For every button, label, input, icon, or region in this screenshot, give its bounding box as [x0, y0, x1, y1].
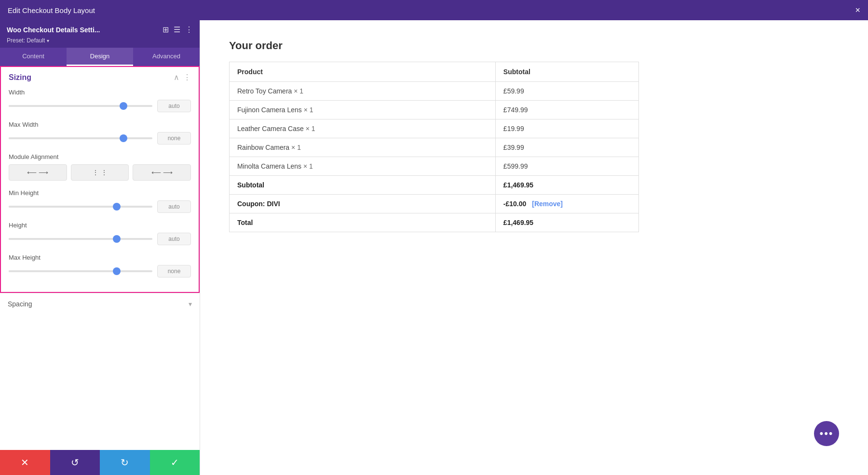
- preset-row[interactable]: Preset: Default ▾: [7, 37, 193, 44]
- min-height-slider-row: auto: [9, 200, 191, 213]
- widget-title: Woo Checkout Details Setti...: [7, 26, 100, 34]
- min-height-value[interactable]: auto: [157, 200, 191, 213]
- width-slider-thumb[interactable]: [120, 102, 127, 110]
- table-row: Retro Toy Camera × 1£59.99: [230, 82, 639, 101]
- order-table-head: Product Subtotal: [230, 62, 639, 82]
- sizing-title: Sizing: [9, 73, 31, 82]
- panel-header-row: Woo Checkout Details Setti... ⊞ ☰ ⋮: [7, 25, 193, 34]
- alignment-row-container: Module Alignment ⟵ ⟶ ⋮ ⋮ ⟵ ⟶: [9, 153, 191, 181]
- more-icon[interactable]: ⋮: [185, 25, 193, 34]
- max-height-slider-row: none: [9, 265, 191, 277]
- max-width-slider-track[interactable]: [9, 137, 152, 139]
- preset-chevron-icon: ▾: [47, 38, 49, 43]
- left-panel: Woo Checkout Details Setti... ⊞ ☰ ⋮ Pres…: [0, 20, 200, 475]
- coupon-remove-link[interactable]: [Remove]: [530, 200, 563, 208]
- panel-header: Woo Checkout Details Setti... ⊞ ☰ ⋮ Pres…: [0, 20, 200, 48]
- subtotal-cell: £39.99: [495, 138, 638, 157]
- sizing-section: Sizing ∧ ⋮ Width: [0, 66, 200, 293]
- min-height-slider-track[interactable]: [9, 206, 152, 208]
- cancel-icon: ✕: [21, 457, 29, 468]
- tabs-bar: Content Design Advanced: [0, 48, 200, 66]
- min-height-slider-thumb[interactable]: [113, 203, 121, 211]
- align-right-button[interactable]: ⟵ ⟶: [133, 164, 191, 181]
- align-left-button[interactable]: ⟵ ⟶: [9, 164, 67, 181]
- height-slider-track[interactable]: [9, 238, 152, 240]
- min-height-slider-fill: [9, 206, 117, 208]
- height-value[interactable]: auto: [157, 233, 191, 245]
- product-qty: × 1: [301, 162, 313, 170]
- min-height-label: Min Height: [9, 189, 191, 197]
- sizing-more-icon[interactable]: ⋮: [183, 73, 191, 82]
- max-height-value[interactable]: none: [157, 265, 191, 277]
- sizing-header-icons: ∧ ⋮: [174, 73, 191, 82]
- alignment-options: ⟵ ⟶ ⋮ ⋮ ⟵ ⟶: [9, 164, 191, 181]
- order-title: Your order: [229, 40, 839, 52]
- height-slider-row: auto: [9, 233, 191, 245]
- max-height-slider-fill: [9, 270, 117, 272]
- subtotal-cell: £19.99: [495, 119, 638, 138]
- subtotal-cell: £749.99: [495, 101, 638, 119]
- align-center-icon: ⋮ ⋮: [92, 169, 108, 176]
- table-row: Minolta Camera Lens × 1£599.99: [230, 157, 639, 176]
- right-panel: Your order Product Subtotal Retro Toy Ca…: [200, 20, 868, 475]
- tab-content[interactable]: Content: [0, 48, 67, 66]
- height-slider-thumb[interactable]: [113, 235, 121, 243]
- subtotal-header: Subtotal: [495, 62, 638, 82]
- max-height-slider-thumb[interactable]: [113, 267, 121, 275]
- width-value[interactable]: auto: [157, 100, 191, 112]
- spacing-header[interactable]: Spacing ▾: [0, 293, 200, 315]
- spacing-chevron-icon: ▾: [189, 300, 192, 308]
- height-label: Height: [9, 222, 191, 229]
- product-cell: Total: [230, 213, 496, 232]
- responsive-icon[interactable]: ⊞: [163, 25, 169, 34]
- max-width-slider-row: none: [9, 132, 191, 145]
- max-width-slider-thumb[interactable]: [120, 134, 127, 142]
- spacing-title: Spacing: [8, 300, 32, 308]
- fab-icon: •••: [819, 427, 833, 440]
- preset-label: Preset: Default: [7, 37, 45, 44]
- product-qty: × 1: [302, 106, 313, 114]
- product-qty: × 1: [292, 87, 303, 95]
- product-qty: × 1: [304, 125, 315, 132]
- max-width-label: Max Width: [9, 121, 191, 128]
- table-row: Subtotal£1,469.95: [230, 176, 639, 195]
- max-height-slider-track[interactable]: [9, 270, 152, 272]
- min-height-row: Min Height auto: [9, 189, 191, 213]
- top-bar: Edit Checkout Body Layout ×: [0, 0, 868, 20]
- tab-design[interactable]: Design: [67, 48, 133, 66]
- close-button[interactable]: ×: [855, 5, 860, 15]
- product-cell: Coupon: DIVI: [230, 195, 496, 213]
- floating-action-button[interactable]: •••: [814, 421, 839, 446]
- align-center-button[interactable]: ⋮ ⋮: [71, 164, 129, 181]
- top-bar-title: Edit Checkout Body Layout: [8, 6, 95, 14]
- table-row: Leather Camera Case × 1£19.99: [230, 119, 639, 138]
- cancel-button[interactable]: ✕: [0, 450, 50, 475]
- width-slider-track[interactable]: [9, 105, 152, 107]
- max-width-value[interactable]: none: [157, 132, 191, 145]
- panel-body: Sizing ∧ ⋮ Width: [0, 66, 200, 450]
- spacing-section: Spacing ▾: [0, 293, 200, 315]
- collapse-icon[interactable]: ∧: [174, 73, 179, 82]
- save-button[interactable]: ✓: [150, 450, 200, 475]
- product-cell: Retro Toy Camera × 1: [230, 82, 496, 101]
- table-row: Fujinon Camera Lens × 1£749.99: [230, 101, 639, 119]
- redo-button[interactable]: ↻: [100, 450, 150, 475]
- panel-header-icons: ⊞ ☰ ⋮: [163, 25, 193, 34]
- main-layout: Woo Checkout Details Setti... ⊞ ☰ ⋮ Pres…: [0, 20, 868, 475]
- undo-button[interactable]: ↺: [50, 450, 100, 475]
- layout-icon[interactable]: ☰: [174, 25, 180, 34]
- bottom-toolbar: ✕ ↺ ↻ ✓: [0, 450, 200, 475]
- product-cell: Fujinon Camera Lens × 1: [230, 101, 496, 119]
- order-table-body: Retro Toy Camera × 1£59.99Fujinon Camera…: [230, 82, 639, 232]
- width-slider-row: auto: [9, 100, 191, 112]
- product-header: Product: [230, 62, 496, 82]
- alignment-label: Module Alignment: [9, 153, 191, 160]
- height-row: Height auto: [9, 222, 191, 245]
- product-cell: Minolta Camera Lens × 1: [230, 157, 496, 176]
- order-table: Product Subtotal Retro Toy Camera × 1£59…: [229, 62, 639, 232]
- max-height-row: Max Height none: [9, 254, 191, 277]
- table-row: Coupon: DIVI-£10.00 [Remove]: [230, 195, 639, 213]
- width-slider-fill: [9, 105, 123, 107]
- height-slider-fill: [9, 238, 117, 240]
- tab-advanced[interactable]: Advanced: [133, 48, 200, 66]
